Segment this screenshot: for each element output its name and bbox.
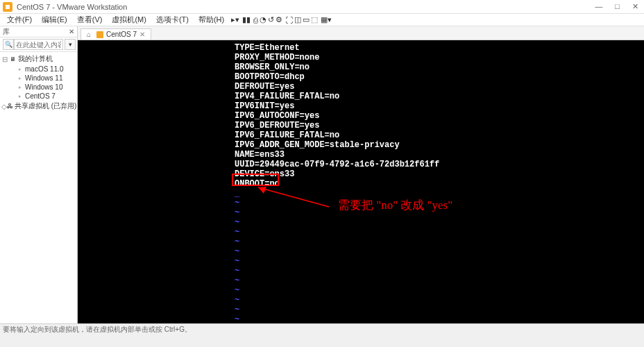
annotation-arrow: [237, 176, 334, 211]
snapshot-manager-button[interactable]: ◔: [260, 15, 266, 24]
app-icon: [3, 2, 12, 12]
term-line: BOOTPROTO=dhcp: [78, 72, 644, 82]
tab-label: CentOS 7: [106, 31, 137, 38]
term-tilde: ~: [78, 276, 644, 286]
settings-button[interactable]: ⚙: [276, 15, 282, 24]
tree-vm-centos7[interactable]: ▫CentOS 7: [0, 92, 77, 101]
fullscreen-button[interactable]: ⛶: [285, 16, 293, 24]
tree-vm-win11[interactable]: ▫Windows 11: [0, 74, 77, 83]
vm-icon: [96, 31, 103, 38]
search-dropdown-button[interactable]: ▾: [65, 39, 76, 50]
library-search-input[interactable]: [14, 39, 63, 50]
term-line: IPV6_ADDR_GEN_MODE=stable-privacy: [78, 140, 644, 150]
term-line: IPV6INIT=yes: [78, 101, 644, 111]
menu-vm[interactable]: 虚拟机(M): [108, 14, 151, 26]
menu-tabs[interactable]: 选项卡(T): [152, 14, 193, 26]
term-line: IPV6_DEFROUTE=yes: [78, 121, 644, 130]
term-tilde: ~: [78, 257, 644, 266]
menu-view[interactable]: 查看(V): [73, 14, 107, 26]
term-tilde: ~: [78, 228, 644, 237]
maximize-button[interactable]: □: [612, 2, 622, 11]
term-line: DEVICE=ens33: [78, 169, 644, 179]
tree-vm-macos[interactable]: ▫macOS 11.0: [0, 65, 77, 74]
term-line: IPV6_FAILURE_FATAL=no: [78, 130, 644, 140]
term-tilde: ~: [78, 315, 644, 323]
tree-vm-win10[interactable]: ▫Windows 10: [0, 83, 77, 92]
term-line: UUID=29449cac-07f9-4792-a1c6-72d3b12f61f…: [78, 160, 644, 169]
term-line: TYPE=Ethernet: [78, 43, 644, 53]
term-tilde: ~: [78, 305, 644, 315]
term-line: BROWSER_ONLY=no: [78, 62, 644, 72]
term-line: DEFROUTE=yes: [78, 82, 644, 92]
term-line: IPV6_AUTOCONF=yes: [78, 111, 644, 121]
close-button[interactable]: ✕: [629, 2, 641, 11]
minimize-button[interactable]: —: [592, 2, 605, 11]
revert-button[interactable]: ↺: [268, 15, 274, 24]
unity-button[interactable]: ◫: [294, 15, 301, 24]
term-line: IPV4_FAILURE_FATAL=no: [78, 92, 644, 101]
term-line-onboot: ONBOOT=no: [78, 179, 644, 189]
terminal-view[interactable]: TYPE=Ethernet PROXY_METHOD=none BROWSER_…: [78, 40, 644, 323]
tree-my-computer[interactable]: ⊟🖥我的计算机: [0, 53, 77, 65]
pause-button[interactable]: ▮▮: [242, 15, 251, 24]
svg-marker-3: [258, 187, 266, 194]
term-cursor: _: [78, 189, 644, 198]
term-line: PROXY_METHOD=none: [78, 53, 644, 62]
window-title: CentOS 7 - VMware Workstation: [17, 3, 592, 11]
status-text: 要将输入定向到该虚拟机，请在虚拟机内部单击或按 Ctrl+G。: [3, 325, 192, 335]
term-tilde: ~: [78, 237, 644, 247]
tree-shared-vms[interactable]: ◇🖧共享虚拟机 (已弃用): [0, 101, 77, 112]
search-icon[interactable]: 🔍: [3, 39, 14, 50]
library-tree: ⊟🖥我的计算机 ▫macOS 11.0 ▫Windows 11 ▫Windows…: [0, 52, 77, 323]
play-dropdown-button[interactable]: ▸▾: [231, 15, 239, 24]
devices-button[interactable]: ▦▾: [321, 15, 332, 24]
menu-file[interactable]: 文件(F): [3, 14, 36, 26]
stretch-button[interactable]: ⬚: [311, 15, 318, 24]
term-tilde: ~: [78, 286, 644, 296]
menubar: 文件(F) 编辑(E) 查看(V) 虚拟机(M) 选项卡(T) 帮助(H) ▸▾…: [0, 14, 644, 26]
term-line: NAME=ens33: [78, 150, 644, 160]
window-titlebar: CentOS 7 - VMware Workstation — □ ✕: [0, 0, 644, 14]
console-button[interactable]: ▭: [303, 15, 310, 24]
statusbar: 要将输入定向到该虚拟机，请在虚拟机内部单击或按 Ctrl+G。: [0, 323, 644, 335]
annotation-text: 需要把 "no" 改成 "yes": [338, 201, 452, 210]
svg-rect-1: [6, 5, 10, 9]
menu-edit[interactable]: 编辑(E): [37, 14, 71, 26]
snapshot-button[interactable]: ⎙: [253, 16, 258, 24]
tabbar: ⌂ CentOS 7 ✕: [78, 26, 644, 40]
home-icon[interactable]: ⌂: [87, 31, 91, 38]
term-tilde: ~: [78, 296, 644, 305]
term-tilde: ~: [78, 247, 644, 257]
tab-close-button[interactable]: ✕: [139, 31, 145, 38]
term-tilde: ~: [78, 266, 644, 276]
tab-centos7[interactable]: ⌂ CentOS 7 ✕: [80, 28, 151, 40]
svg-line-2: [258, 187, 329, 207]
term-tilde: ~: [78, 218, 644, 228]
library-sidebar: 库 ✕ 🔍 ▾ ⊟🖥我的计算机 ▫macOS 11.0 ▫Windows 11 …: [0, 26, 78, 323]
sidebar-close-button[interactable]: ✕: [69, 28, 74, 35]
sidebar-title: 库: [3, 27, 10, 37]
menu-help[interactable]: 帮助(H): [194, 14, 228, 26]
